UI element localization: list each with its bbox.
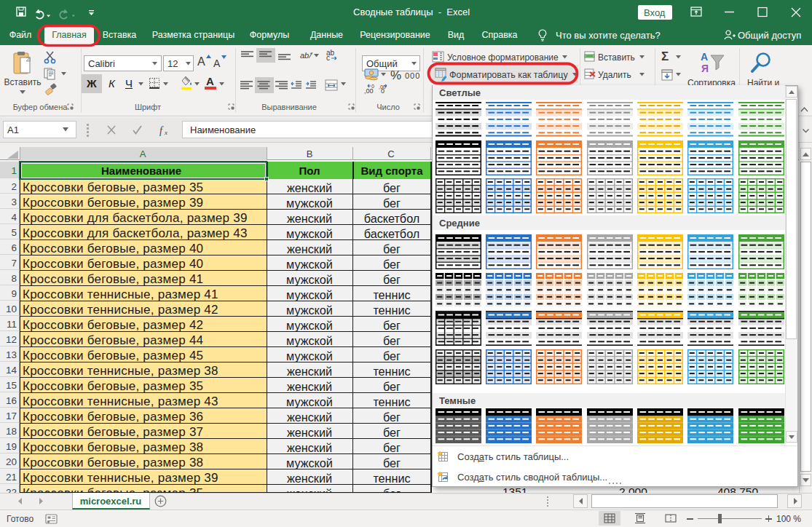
svg-text:x: x bbox=[164, 129, 167, 136]
svg-text:c: c bbox=[326, 54, 330, 62]
svg-text:0: 0 bbox=[381, 87, 385, 95]
svg-text:f: f bbox=[159, 125, 164, 136]
svg-text:0: 0 bbox=[371, 84, 374, 89]
svg-text:ab: ab bbox=[300, 51, 309, 60]
